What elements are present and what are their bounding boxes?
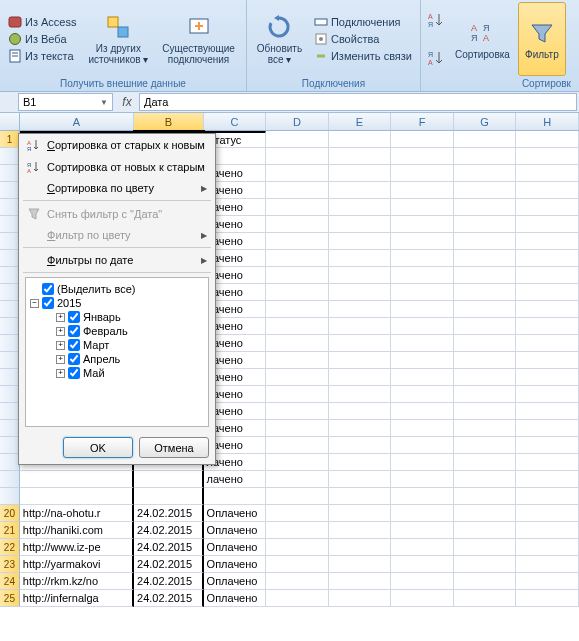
fx-icon[interactable]: fx: [117, 92, 137, 112]
row-header[interactable]: [0, 233, 20, 250]
cell[interactable]: [454, 420, 517, 437]
cell[interactable]: [454, 216, 517, 233]
cell[interactable]: [266, 386, 329, 403]
month-checkbox[interactable]: [68, 367, 80, 379]
cell[interactable]: [329, 216, 392, 233]
cell[interactable]: 24.02.2015: [134, 539, 204, 556]
filter-values-tree[interactable]: (Выделить все) −2015 +Январь+Февраль+Мар…: [25, 277, 209, 427]
cell[interactable]: [454, 131, 517, 148]
tree-collapse-icon[interactable]: −: [30, 299, 39, 308]
row-header[interactable]: [0, 216, 20, 233]
tree-expand-icon[interactable]: +: [56, 369, 65, 378]
cell[interactable]: [266, 250, 329, 267]
cell[interactable]: [266, 573, 329, 590]
cell[interactable]: [266, 437, 329, 454]
cell[interactable]: [516, 301, 579, 318]
cell[interactable]: [516, 318, 579, 335]
row-header[interactable]: [0, 301, 20, 318]
cell[interactable]: [516, 386, 579, 403]
cell[interactable]: [454, 556, 517, 573]
cell[interactable]: [391, 420, 454, 437]
cell[interactable]: [391, 386, 454, 403]
month-checkbox[interactable]: [68, 353, 80, 365]
cell[interactable]: Оплачено: [204, 590, 267, 607]
cell[interactable]: [329, 454, 392, 471]
cell[interactable]: [454, 284, 517, 301]
sort-oldest-newest[interactable]: АЯ Сортировка от старых к новым: [19, 134, 215, 156]
cancel-button[interactable]: Отмена: [139, 437, 209, 458]
cell[interactable]: [516, 352, 579, 369]
cell[interactable]: [391, 403, 454, 420]
cell[interactable]: [391, 573, 454, 590]
cell[interactable]: [516, 590, 579, 607]
cell[interactable]: 24.02.2015: [134, 573, 204, 590]
cell[interactable]: [329, 556, 392, 573]
cell[interactable]: [20, 488, 134, 505]
cell[interactable]: [516, 233, 579, 250]
cell[interactable]: [516, 131, 579, 148]
row-header[interactable]: 22: [0, 539, 20, 556]
cell[interactable]: [516, 556, 579, 573]
cell[interactable]: Оплачено: [204, 522, 267, 539]
cell[interactable]: Оплачено: [204, 539, 267, 556]
select-all-corner[interactable]: [0, 113, 20, 130]
cell[interactable]: [266, 335, 329, 352]
cell[interactable]: [454, 539, 517, 556]
row-header[interactable]: [0, 352, 20, 369]
formula-bar[interactable]: Дата: [139, 93, 577, 111]
cell[interactable]: [134, 488, 204, 505]
cell[interactable]: [516, 505, 579, 522]
cell[interactable]: [391, 284, 454, 301]
cell[interactable]: [454, 369, 517, 386]
cell[interactable]: [391, 488, 454, 505]
cell[interactable]: [266, 420, 329, 437]
cell[interactable]: [329, 318, 392, 335]
cell[interactable]: [516, 522, 579, 539]
row-header[interactable]: 1: [0, 131, 20, 148]
row-header[interactable]: 24: [0, 573, 20, 590]
cell[interactable]: [266, 318, 329, 335]
cell[interactable]: [329, 539, 392, 556]
sort-desc-button[interactable]: ЯА: [425, 47, 447, 69]
cell[interactable]: [516, 420, 579, 437]
cell[interactable]: [454, 505, 517, 522]
cell[interactable]: [391, 437, 454, 454]
cell[interactable]: [391, 250, 454, 267]
row-header[interactable]: [0, 318, 20, 335]
row-header[interactable]: 25: [0, 590, 20, 607]
month-checkbox[interactable]: [68, 339, 80, 351]
filter-button[interactable]: Фильтр: [518, 2, 566, 76]
cell[interactable]: [454, 267, 517, 284]
cell[interactable]: [329, 165, 392, 182]
cell[interactable]: [266, 165, 329, 182]
cell[interactable]: [329, 267, 392, 284]
cell[interactable]: [266, 148, 329, 165]
cell[interactable]: [391, 590, 454, 607]
cell[interactable]: [266, 216, 329, 233]
cell[interactable]: 24.02.2015: [134, 590, 204, 607]
cell[interactable]: [391, 301, 454, 318]
cell[interactable]: [266, 471, 329, 488]
cell[interactable]: [516, 284, 579, 301]
cell[interactable]: [266, 454, 329, 471]
cell[interactable]: [329, 488, 392, 505]
cell[interactable]: [454, 335, 517, 352]
cell[interactable]: [329, 420, 392, 437]
cell[interactable]: [454, 233, 517, 250]
from-other-sources-button[interactable]: Из другихисточников ▾: [82, 2, 154, 76]
cell[interactable]: [516, 216, 579, 233]
cell[interactable]: [516, 573, 579, 590]
cell[interactable]: [266, 505, 329, 522]
cell[interactable]: [391, 233, 454, 250]
cell[interactable]: [391, 182, 454, 199]
cell[interactable]: [516, 267, 579, 284]
cell[interactable]: [329, 573, 392, 590]
tree-expand-icon[interactable]: +: [56, 355, 65, 364]
row-header[interactable]: [0, 335, 20, 352]
cell[interactable]: [454, 199, 517, 216]
cell[interactable]: [391, 131, 454, 148]
cell[interactable]: [516, 165, 579, 182]
cell[interactable]: [391, 454, 454, 471]
cell[interactable]: [266, 556, 329, 573]
cell[interactable]: [266, 488, 329, 505]
